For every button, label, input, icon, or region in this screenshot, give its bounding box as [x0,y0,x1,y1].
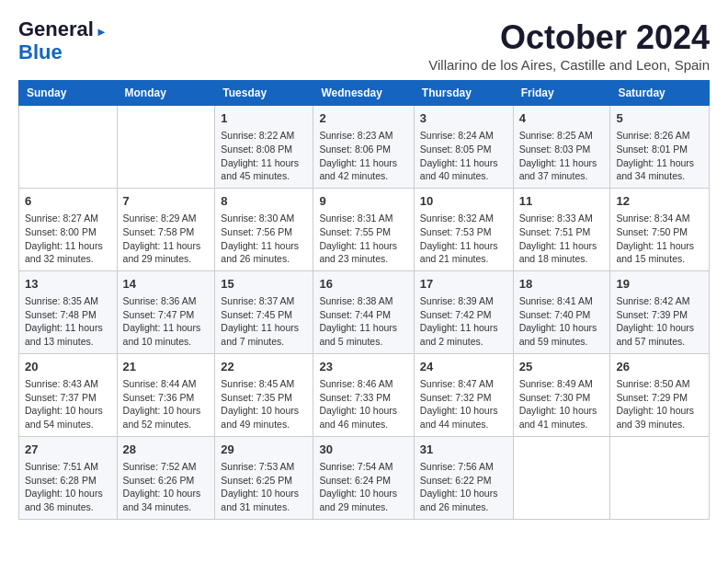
day-info-text: Sunrise: 8:30 AM [221,212,307,225]
day-number: 26 [616,359,703,375]
day-info-text: Sunset: 7:45 PM [221,308,307,322]
day-info-text: Sunrise: 8:50 AM [616,377,703,391]
calendar-cell: 25Sunrise: 8:49 AMSunset: 7:30 PMDayligh… [513,353,610,436]
day-info-text: Sunset: 7:53 PM [420,225,507,239]
day-info-text: Daylight: 11 hours and 34 minutes. [616,156,703,183]
day-info-text: Sunset: 6:26 PM [123,474,210,488]
day-info-text: Sunset: 7:50 PM [616,225,703,239]
day-info-text: Sunrise: 8:44 AM [123,377,210,391]
day-info-text: Sunrise: 8:22 AM [221,129,307,143]
calendar-cell: 29Sunrise: 7:53 AMSunset: 6:25 PMDayligh… [215,436,313,519]
day-info-text: Daylight: 11 hours and 45 minutes. [221,156,307,183]
day-info-text: Sunset: 7:55 PM [319,225,407,239]
day-info-text: Sunset: 8:05 PM [420,143,507,156]
day-info-text: Daylight: 10 hours and 39 minutes. [616,404,703,431]
calendar-cell: 1Sunrise: 8:22 AMSunset: 8:08 PMDaylight… [215,106,313,189]
day-info-text: Sunset: 7:32 PM [420,391,507,405]
calendar-week-3: 13Sunrise: 8:35 AMSunset: 7:48 PMDayligh… [19,270,710,353]
calendar-week-1: 1Sunrise: 8:22 AMSunset: 8:08 PMDaylight… [19,106,710,189]
calendar-header-wednesday: Wednesday [313,81,414,106]
day-number: 8 [221,193,307,210]
day-info-text: Sunset: 7:44 PM [319,308,407,322]
calendar-cell: 31Sunrise: 7:56 AMSunset: 6:22 PMDayligh… [414,436,513,519]
day-info-text: Sunset: 7:48 PM [25,308,111,322]
day-info-text: Daylight: 10 hours and 57 minutes. [616,321,703,348]
day-info-text: Sunset: 8:00 PM [25,225,111,239]
day-info-text: Sunrise: 7:54 AM [319,460,407,474]
day-info-text: Daylight: 11 hours and 29 minutes. [123,239,210,266]
day-info-text: Sunrise: 8:29 AM [123,212,210,225]
day-info-text: Daylight: 11 hours and 23 minutes. [319,239,407,266]
calendar-header-monday: Monday [117,81,215,106]
day-info-text: Daylight: 11 hours and 32 minutes. [25,239,111,266]
day-info-text: Sunrise: 8:24 AM [420,129,507,143]
calendar-cell: 7Sunrise: 8:29 AMSunset: 7:58 PMDaylight… [117,188,215,270]
day-number: 19 [616,276,703,293]
day-info-text: Sunrise: 8:26 AM [616,129,703,143]
day-info-text: Sunrise: 8:46 AM [319,377,407,391]
day-number: 9 [319,193,407,210]
day-info-text: Sunrise: 8:42 AM [616,294,703,308]
calendar-cell: 14Sunrise: 8:36 AMSunset: 7:47 PMDayligh… [117,270,215,353]
calendar-cell: 18Sunrise: 8:41 AMSunset: 7:40 PMDayligh… [513,270,610,353]
day-info-text: Sunset: 6:28 PM [25,474,111,488]
day-info-text: Sunset: 6:22 PM [420,474,507,488]
calendar-cell: 13Sunrise: 8:35 AMSunset: 7:48 PMDayligh… [19,270,118,353]
day-info-text: Daylight: 11 hours and 2 minutes. [420,321,507,348]
day-number: 22 [221,359,307,375]
day-info-text: Sunset: 8:08 PM [221,143,307,156]
calendar-cell: 26Sunrise: 8:50 AMSunset: 7:29 PMDayligh… [610,353,710,436]
calendar-header-saturday: Saturday [610,81,710,106]
day-info-text: Sunrise: 8:32 AM [420,212,507,225]
day-info-text: Sunrise: 8:25 AM [519,129,605,143]
day-number: 4 [519,110,605,127]
calendar-header-thursday: Thursday [414,81,513,106]
day-info-text: Sunrise: 8:43 AM [25,377,111,391]
calendar-cell: 22Sunrise: 8:45 AMSunset: 7:35 PMDayligh… [215,353,313,436]
logo-text: General► [18,18,108,40]
day-number: 12 [616,193,703,210]
day-number: 30 [319,442,407,458]
day-number: 2 [319,110,407,127]
day-number: 11 [519,193,605,210]
day-info-text: Sunset: 7:29 PM [616,391,703,405]
day-number: 16 [319,276,407,293]
day-info-text: Sunrise: 8:49 AM [519,377,605,391]
day-info-text: Sunset: 7:47 PM [123,308,210,322]
calendar-header-row: SundayMondayTuesdayWednesdayThursdayFrid… [19,81,710,106]
calendar-week-2: 6Sunrise: 8:27 AMSunset: 8:00 PMDaylight… [19,188,710,270]
day-info-text: Sunrise: 8:38 AM [319,294,407,308]
calendar-cell: 10Sunrise: 8:32 AMSunset: 7:53 PMDayligh… [414,188,513,270]
day-info-text: Sunrise: 8:36 AM [123,294,210,308]
calendar-week-4: 20Sunrise: 8:43 AMSunset: 7:37 PMDayligh… [19,353,710,436]
month-title: October 2024 [428,18,710,57]
calendar-cell: 15Sunrise: 8:37 AMSunset: 7:45 PMDayligh… [215,270,313,353]
calendar-cell [19,106,118,189]
day-number: 25 [519,359,605,375]
day-info-text: Sunset: 8:03 PM [519,143,605,156]
day-number: 3 [420,110,507,127]
calendar-header-sunday: Sunday [19,81,118,106]
day-info-text: Daylight: 11 hours and 15 minutes. [616,239,703,266]
day-info-text: Daylight: 11 hours and 18 minutes. [519,239,605,266]
calendar-cell: 12Sunrise: 8:34 AMSunset: 7:50 PMDayligh… [610,188,710,270]
day-info-text: Daylight: 10 hours and 34 minutes. [123,487,210,513]
day-number: 18 [519,276,605,293]
day-info-text: Sunset: 8:06 PM [319,143,407,156]
day-info-text: Sunrise: 8:41 AM [519,294,605,308]
day-info-text: Sunrise: 8:23 AM [319,129,407,143]
calendar-cell: 30Sunrise: 7:54 AMSunset: 6:24 PMDayligh… [313,436,414,519]
day-info-text: Sunset: 7:51 PM [519,225,605,239]
day-number: 27 [25,442,111,458]
day-number: 23 [319,359,407,375]
logo-blue: Blue [18,40,63,64]
calendar-cell: 21Sunrise: 8:44 AMSunset: 7:36 PMDayligh… [117,353,215,436]
calendar-cell: 19Sunrise: 8:42 AMSunset: 7:39 PMDayligh… [610,270,710,353]
day-info-text: Sunset: 6:25 PM [221,474,307,488]
day-number: 29 [221,442,307,458]
calendar-cell [513,436,610,519]
day-number: 31 [420,442,507,458]
day-info-text: Daylight: 11 hours and 10 minutes. [123,321,210,348]
day-info-text: Sunrise: 8:31 AM [319,212,407,225]
day-info-text: Daylight: 10 hours and 36 minutes. [25,487,111,513]
